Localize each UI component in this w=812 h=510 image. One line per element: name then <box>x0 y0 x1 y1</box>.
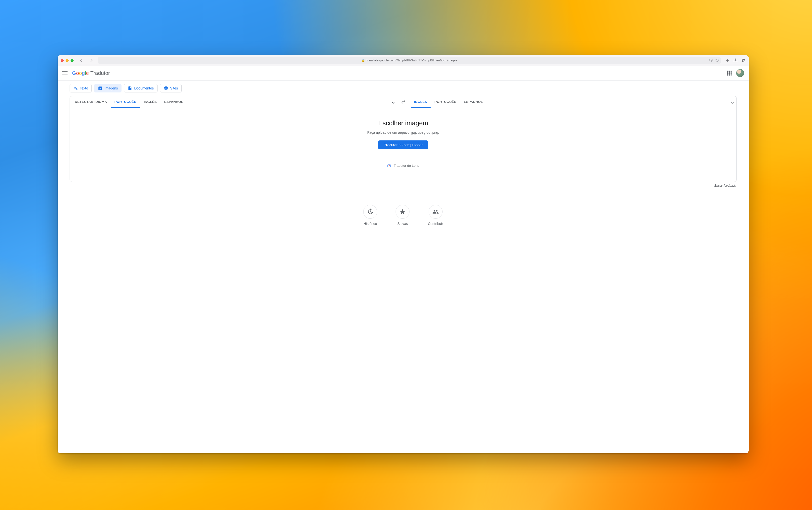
source-lang-more[interactable] <box>389 101 397 103</box>
forward-button[interactable] <box>88 58 93 63</box>
mode-documents[interactable]: Documentos <box>124 84 157 92</box>
browse-computer-button[interactable]: Procurar no computador <box>378 140 428 149</box>
nav-arrows <box>80 58 93 63</box>
mode-documents-label: Documentos <box>134 86 154 90</box>
safari-window: 🔒 translate.google.com/?hl=pt-BR&tab=TT&… <box>58 55 749 454</box>
google-apps-button[interactable] <box>727 70 732 76</box>
people-icon <box>432 208 439 215</box>
translate-extension-icon[interactable]: ✎⇄ <box>708 59 713 62</box>
app-logo[interactable]: Google Tradutor <box>72 70 110 76</box>
chevron-down-icon <box>731 101 734 104</box>
product-name: Tradutor <box>90 70 110 76</box>
svg-rect-3 <box>743 59 745 62</box>
target-lang-3[interactable]: ESPANHOL <box>460 96 486 108</box>
mode-images-label: Imagens <box>104 86 118 90</box>
history-label: Histórico <box>364 222 377 226</box>
share-icon[interactable] <box>733 58 738 63</box>
addressbar-right-icons: ✎⇄ <box>708 58 719 63</box>
target-lang-1[interactable]: INGLÊS <box>411 96 431 108</box>
target-lang-side: INGLÊS PORTUGUÊS ESPANHOL <box>409 96 737 108</box>
saved-label: Salvas <box>397 222 408 226</box>
window-titlebar: 🔒 translate.google.com/?hl=pt-BR&tab=TT&… <box>58 55 749 66</box>
bottom-actions: Histórico Salvas Contribuir <box>69 205 737 226</box>
mode-text-label: Texto <box>80 86 88 90</box>
star-icon <box>399 208 406 215</box>
source-lang-1[interactable]: PORTUGUÊS <box>111 96 140 108</box>
chevron-right-icon <box>89 59 92 62</box>
image-icon <box>98 86 103 90</box>
tabs-overview-icon[interactable] <box>741 58 746 63</box>
svg-point-6 <box>388 165 389 166</box>
translate-card: DETECTAR IDIOMA PORTUGUÊS INGLÊS ESPANHO… <box>69 96 737 182</box>
lock-icon: 🔒 <box>361 59 365 62</box>
contribute-button[interactable]: Contribuir <box>428 205 443 226</box>
close-window-button[interactable] <box>61 59 64 62</box>
image-chooser: Escolher imagem Faça upload de um arquiv… <box>70 108 736 182</box>
send-feedback-link[interactable]: Enviar feedback <box>69 184 736 188</box>
history-button[interactable]: Histórico <box>363 205 377 226</box>
address-bar[interactable]: 🔒 translate.google.com/?hl=pt-BR&tab=TT&… <box>98 57 721 64</box>
address-url: translate.google.com/?hl=pt-BR&tab=TT&sl… <box>367 59 457 62</box>
app-header: Google Tradutor <box>58 66 749 81</box>
contribute-label: Contribuir <box>428 222 443 226</box>
lens-info: Tradutor do Lens <box>387 164 419 168</box>
svg-point-7 <box>390 165 390 165</box>
chooser-title: Escolher imagem <box>378 119 428 127</box>
back-button[interactable] <box>80 58 84 63</box>
source-lang-detect[interactable]: DETECTAR IDIOMA <box>71 96 111 108</box>
menu-button[interactable] <box>62 71 67 75</box>
target-lang-2[interactable]: PORTUGUÊS <box>431 96 460 108</box>
chevron-left-icon <box>80 59 84 62</box>
reload-icon[interactable] <box>715 58 719 63</box>
source-lang-side: DETECTAR IDIOMA PORTUGUÊS INGLÊS ESPANHO… <box>70 96 397 108</box>
source-lang-3[interactable]: ESPANHOL <box>161 96 186 108</box>
window-controls <box>61 59 74 62</box>
mode-sites[interactable]: Sites <box>160 84 182 92</box>
content-area: Texto Imagens Documentos Sites <box>58 81 749 454</box>
swap-icon <box>401 100 406 105</box>
history-icon <box>367 208 373 215</box>
source-lang-2[interactable]: INGLÊS <box>140 96 160 108</box>
google-logo: Google <box>72 70 89 76</box>
mode-sites-label: Sites <box>170 86 178 90</box>
document-icon <box>128 86 132 90</box>
lens-label: Tradutor do Lens <box>394 164 419 168</box>
toolbar-right <box>725 58 746 63</box>
mode-chips: Texto Imagens Documentos Sites <box>69 84 737 92</box>
svg-rect-4 <box>742 59 745 61</box>
new-tab-button[interactable] <box>725 58 730 63</box>
target-lang-more[interactable] <box>728 101 736 103</box>
chevron-down-icon <box>392 101 395 104</box>
lens-icon <box>387 164 391 168</box>
mode-images[interactable]: Imagens <box>94 84 121 92</box>
minimize-window-button[interactable] <box>66 59 68 62</box>
saved-button[interactable]: Salvas <box>396 205 409 226</box>
maximize-window-button[interactable] <box>70 59 74 62</box>
chooser-subtitle: Faça upload de um arquivo .jpg, .jpeg ou… <box>367 131 439 135</box>
account-avatar[interactable] <box>736 69 744 77</box>
mode-text[interactable]: Texto <box>69 84 92 92</box>
language-row: DETECTAR IDIOMA PORTUGUÊS INGLÊS ESPANHO… <box>70 96 736 108</box>
swap-languages-button[interactable] <box>397 96 409 108</box>
translate-text-icon <box>73 86 78 90</box>
globe-icon <box>164 86 168 90</box>
